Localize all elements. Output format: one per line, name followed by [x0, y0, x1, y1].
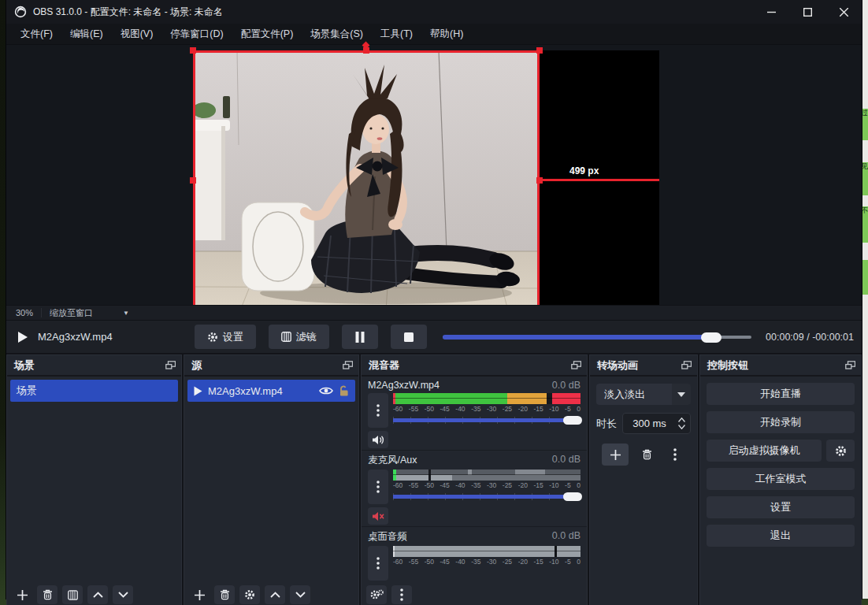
meter-scale-label: -5 — [565, 558, 571, 566]
duration-value: 300 ms — [623, 418, 676, 429]
mixer-menu-button[interactable] — [391, 585, 412, 604]
scene-item[interactable]: 场景 — [10, 380, 178, 402]
preview-area[interactable]: 499 px 13 px 30% 缩放至窗口 ▼ — [6, 45, 862, 320]
minimize-button[interactable] — [753, 0, 789, 24]
preview-zoom-bar: 30% 缩放至窗口 ▼ — [6, 305, 862, 320]
scene-item-label: 场景 — [17, 384, 172, 398]
start-streaming-button[interactable]: 开始直播 — [707, 383, 855, 405]
popout-icon[interactable] — [343, 361, 353, 369]
channel-mute-button-muted[interactable] — [368, 507, 388, 525]
kebab-icon — [377, 557, 380, 570]
remove-source-button[interactable] — [214, 585, 235, 604]
seek-thumb[interactable] — [701, 332, 721, 343]
channel-mute-button[interactable] — [368, 431, 388, 448]
media-volume-slider[interactable] — [393, 415, 581, 425]
close-button[interactable] — [825, 0, 862, 24]
media-seek-slider[interactable] — [443, 332, 751, 343]
remove-transition-button[interactable] — [636, 445, 657, 464]
popout-icon[interactable] — [165, 361, 176, 369]
program-canvas[interactable]: 499 px 13 px — [193, 50, 659, 310]
scene-move-up-button[interactable] — [87, 585, 108, 604]
popout-icon[interactable] — [845, 361, 855, 369]
transitions-panel: 转场动画 淡入淡出 时长 300 ms — [589, 354, 698, 605]
studio-mode-button[interactable]: 工作室模式 — [707, 468, 855, 490]
maximize-button[interactable] — [789, 0, 825, 24]
spin-down-icon[interactable] — [678, 425, 685, 429]
channel-menu-button[interactable] — [368, 393, 388, 428]
menu-item-5[interactable]: 场景集合(S) — [302, 24, 371, 44]
meter-scale-label: -20 — [518, 558, 528, 566]
popout-icon[interactable] — [681, 361, 692, 369]
chevron-down-icon[interactable]: ▼ — [123, 310, 129, 317]
source-move-up-button[interactable] — [265, 585, 285, 604]
mixer-channel-mic: 麦克风/Aux 0.0 dB — [362, 451, 587, 527]
meter-scale-label: -5 — [565, 405, 571, 414]
menu-item-7[interactable]: 帮助(H) — [422, 24, 471, 44]
eye-icon[interactable] — [319, 386, 333, 395]
channel-menu-button[interactable] — [368, 470, 388, 504]
trash-icon — [43, 589, 53, 600]
scenes-toolbar — [7, 582, 181, 605]
menu-item-2[interactable]: 视图(V) — [113, 24, 161, 44]
add-scene-button[interactable] — [12, 585, 32, 604]
lock-icon[interactable] — [339, 385, 349, 396]
popout-icon[interactable] — [571, 361, 581, 369]
selection-handle-tc[interactable] — [363, 47, 369, 54]
media-stop-button[interactable] — [391, 325, 427, 349]
menu-item-0[interactable]: 文件(F) — [13, 24, 61, 44]
mixer-toolbar — [362, 582, 587, 605]
spin-up-icon[interactable] — [678, 418, 685, 422]
zoom-mode-select[interactable]: 缩放至窗口 — [42, 307, 101, 319]
media-meter-green — [395, 393, 507, 404]
zoom-percent[interactable]: 30% — [6, 308, 42, 317]
meter-scale-label: -5 — [565, 481, 571, 490]
menu-item-3[interactable]: 停靠窗口(D) — [162, 24, 231, 44]
media-properties-button[interactable]: 设置 — [195, 325, 256, 349]
source-properties-button[interactable] — [239, 585, 260, 604]
chevron-down-icon[interactable] — [672, 384, 691, 405]
virtual-camera-config-button[interactable] — [826, 440, 855, 462]
add-transition-button[interactable] — [602, 444, 629, 466]
transition-value: 淡入淡出 — [596, 384, 672, 405]
channel-name: 麦克风/Aux — [368, 454, 417, 467]
meter-scale-label: -60 — [393, 558, 402, 566]
selection-handle-tl[interactable] — [190, 47, 196, 54]
selection-handle-ml[interactable] — [190, 177, 196, 184]
mixer-channels: M2Ag3xzW.mp4 0.0 dB — [362, 377, 587, 582]
media-pause-button[interactable] — [342, 325, 378, 349]
scene-filters-button[interactable] — [62, 585, 83, 604]
meter-scale-label: -45 — [440, 405, 449, 414]
menu-item-6[interactable]: 工具(T) — [373, 24, 421, 44]
media-source-icon — [194, 386, 202, 396]
transition-select[interactable]: 淡入淡出 — [596, 384, 691, 405]
advanced-audio-button[interactable] — [366, 585, 387, 604]
add-source-button[interactable] — [189, 585, 210, 604]
media-meter-orange — [507, 393, 547, 404]
kebab-icon — [377, 481, 380, 493]
title-bar[interactable]: OBS 31.0.0 - 配置文件: 未命名 - 场景: 未命名 — [6, 0, 862, 24]
mic-volume-slider[interactable] — [393, 492, 581, 502]
selection-handle-tr[interactable] — [536, 47, 543, 54]
source-selection-border[interactable] — [193, 50, 540, 310]
transition-menu-button[interactable] — [665, 445, 685, 464]
start-virtual-camera-button[interactable]: 启动虚拟摄像机 — [707, 440, 822, 462]
meter-scale-label: -45 — [440, 558, 449, 566]
menu-item-4[interactable]: 配置文件(P) — [233, 24, 302, 44]
menu-item-1[interactable]: 编辑(E) — [62, 24, 111, 44]
duration-spinner[interactable]: 300 ms — [622, 413, 691, 434]
start-recording-button[interactable]: 开始录制 — [707, 411, 855, 433]
source-item[interactable]: M2Ag3xzW.mp4 — [187, 380, 355, 402]
remove-scene-button[interactable] — [37, 585, 57, 604]
kebab-icon — [673, 448, 677, 461]
speaker-muted-icon — [372, 511, 384, 521]
meter-scale-label: -55 — [409, 558, 418, 566]
scene-move-down-button[interactable] — [113, 585, 133, 604]
source-move-down-button[interactable] — [290, 585, 310, 604]
meter-scale-label: -50 — [425, 558, 434, 566]
channel-menu-button[interactable] — [368, 546, 388, 581]
settings-button[interactable]: 设置 — [707, 496, 855, 518]
chevron-up-icon — [93, 592, 103, 598]
channel-db: 0.0 dB — [552, 380, 581, 391]
media-filters-button[interactable]: 滤镜 — [269, 325, 329, 349]
exit-button[interactable]: 退出 — [707, 525, 855, 547]
